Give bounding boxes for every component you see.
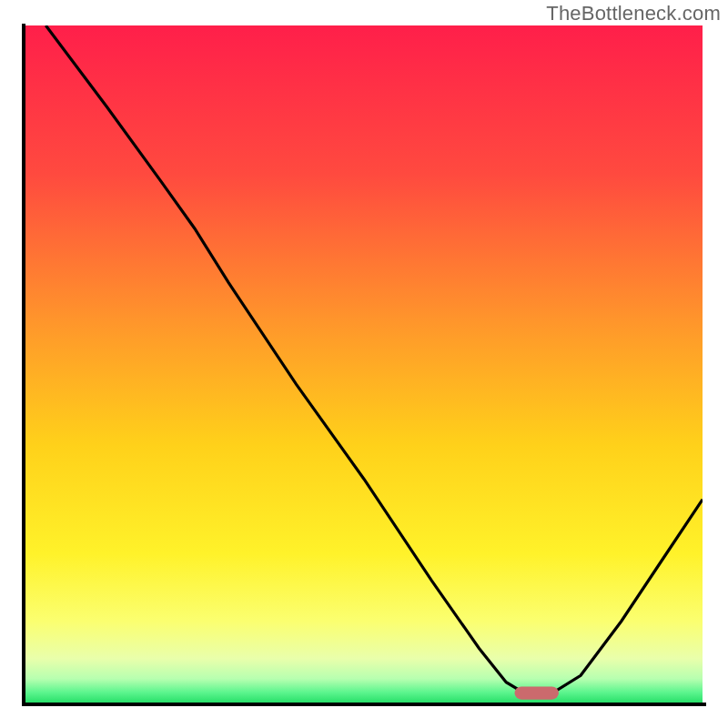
y-axis [22,24,25,706]
chart-svg [25,25,703,703]
chart-container: TheBottleneck.com [0,0,728,728]
plot-area [25,25,703,703]
optimal-marker [515,687,559,700]
x-axis [22,703,706,706]
watermark-text: TheBottleneck.com [546,2,721,25]
gradient-background [25,25,703,703]
